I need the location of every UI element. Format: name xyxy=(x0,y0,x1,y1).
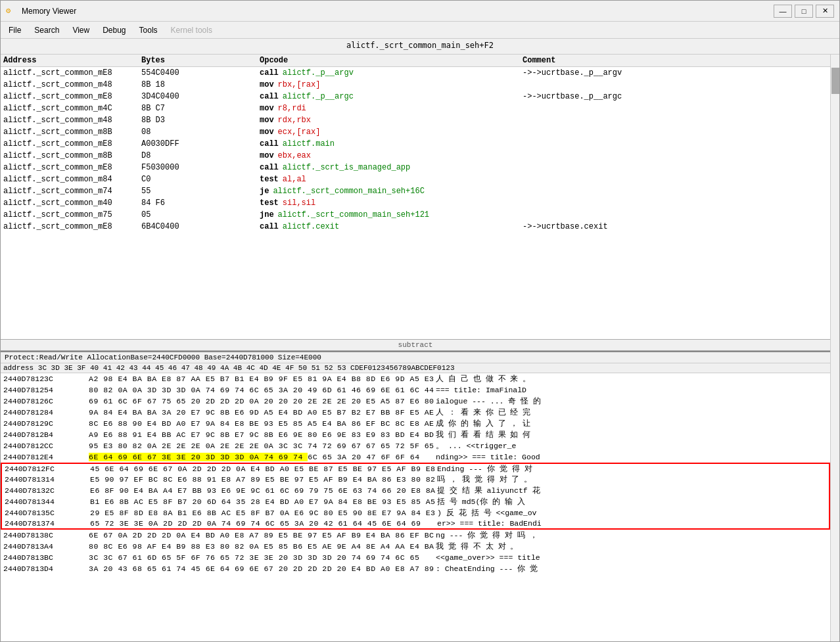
disasm-address: alictf._scrt_common_m84 xyxy=(3,175,141,184)
list-item[interactable]: 2440D78126C69 61 6C 6F 67 75 65 20 2D 2D… xyxy=(1,396,830,407)
hex-address: 2440D78132C xyxy=(5,486,90,495)
table-row[interactable]: alictf._scrt_common_m4084 F6testsil,sil xyxy=(1,197,830,209)
hex-bytes: 9A 84 E4 BA BA 3A 20 E7 9C 8B E6 9D A5 E… xyxy=(89,408,431,417)
disasm-bytes: 8B 18 xyxy=(141,80,260,89)
table-row[interactable]: alictf._scrt_common_mE8F5030000callalict… xyxy=(1,162,830,173)
disasm-header: Address Bytes Opcode Comment xyxy=(1,55,830,67)
disasm-bytes: D8 xyxy=(141,151,260,160)
maximize-button[interactable]: □ xyxy=(795,5,813,18)
hex-address: 2440D7812FC xyxy=(5,465,90,473)
hex-address: 2440D781374 xyxy=(5,519,90,528)
title-bar-controls: — □ ✕ xyxy=(774,5,834,18)
table-row[interactable]: alictf._scrt_common_m7455jealictf._scrt_… xyxy=(1,185,830,197)
table-row[interactable]: alictf._scrt_common_mE86B4C0400callalict… xyxy=(1,221,830,233)
hex-ascii: er>> === title: BadEndi xyxy=(432,519,826,528)
title-bar: ⚙ Memory Viewer — □ ✕ xyxy=(1,1,839,22)
list-item[interactable]: 2440D7812849A 84 E4 BA BA 3A 20 E7 9C 8B… xyxy=(1,407,830,418)
hex-bytes: 45 6E 64 69 6E 67 0A 2D 2D 2D 0A E4 BD A… xyxy=(90,465,432,473)
hex-ascii: 人 ： 看 来 你 已 经 完 xyxy=(431,407,828,417)
list-item[interactable]: 2440D7813A480 8C E6 98 AF E4 B9 88 E3 80… xyxy=(1,541,830,552)
list-item[interactable]: 2440D78132CE6 8F 90 E4 BA A4 E7 BB 93 E6… xyxy=(1,485,830,496)
location-bar: alictf._scrt_common_main_seh+F2 xyxy=(1,39,839,55)
right-scrollbar[interactable] xyxy=(830,55,839,641)
disasm-bytes: F5030000 xyxy=(141,163,260,172)
app-icon: ⚙ xyxy=(6,6,16,16)
list-item[interactable]: 2440D78123CA2 98 E4 BA BA E8 87 AA E5 B7… xyxy=(1,373,830,384)
header-address: Address xyxy=(3,56,141,65)
list-item[interactable]: 2440D7812FC45 6E 64 69 6E 67 0A 2D 2D 2D… xyxy=(1,463,830,474)
table-row[interactable]: alictf._scrt_common_m4C8B C7movr8,rdi xyxy=(1,103,830,114)
header-bytes: Bytes xyxy=(141,56,260,65)
disasm-bytes: 05 xyxy=(141,210,260,219)
disasm-comment: ->->ucrtbase._p__argc xyxy=(523,92,828,101)
table-row[interactable]: alictf._scrt_common_m488B 18movrbx,[rax] xyxy=(1,79,830,91)
hex-address: 2440D78129C xyxy=(3,419,89,428)
list-item[interactable]: 2440D78138C6E 67 0A 2D 2D 2D 0A E4 BD A0… xyxy=(1,530,830,541)
disasm-comment: ->->ucrtbase._p__argv xyxy=(523,68,828,78)
hex-bytes: E6 8F 90 E4 BA A4 E7 BB 93 E6 9E 9C 61 6… xyxy=(90,486,432,495)
disasm-address: alictf._scrt_common_m4C xyxy=(3,104,141,113)
hex-ascii: Ending --- 你 觉 得 对 xyxy=(432,464,826,474)
hex-bytes: 6E 67 0A 2D 2D 2D 0A E4 BD A0 E8 A7 89 E… xyxy=(89,531,431,539)
hex-address: 2440D781254 xyxy=(3,386,89,394)
disasm-address: alictf._scrt_common_mE8 xyxy=(3,139,141,149)
disasm-bytes: A0030DFF xyxy=(141,139,260,149)
hex-ascii: 成 你 的 输 入 了 ， 让 xyxy=(431,419,828,428)
hex-bytes: 69 61 6C 6F 67 75 65 20 2D 2D 2D 0A 20 2… xyxy=(89,397,431,405)
list-item[interactable]: 2440D78129C8C E6 88 90 E4 BD A0 E7 9A 84… xyxy=(1,418,830,429)
list-item[interactable]: 2440D7812E46E 64 69 6E 67 3E 3E 20 3D 3D… xyxy=(1,451,830,463)
disasm-bytes: 3D4C0400 xyxy=(141,92,260,101)
table-row[interactable]: alictf._scrt_common_m488B D3movrdx,rbx xyxy=(1,114,830,126)
window-title: Memory Viewer xyxy=(22,7,76,16)
hex-ascii: 我 们 看 看 结 果 如 何 xyxy=(431,430,828,440)
close-button[interactable]: ✕ xyxy=(816,5,834,18)
hex-bytes: 3A 20 43 68 65 61 74 45 6E 64 69 6E 67 2… xyxy=(89,564,431,573)
header-opcode: Opcode xyxy=(260,56,523,65)
table-row[interactable]: alictf._scrt_common_mE8A0030DFFcallalict… xyxy=(1,138,830,150)
hex-bytes: 80 8C E6 98 AF E4 B9 88 E3 80 82 0A E5 8… xyxy=(89,542,431,551)
list-item[interactable]: 2440D7813D43A 20 43 68 65 61 74 45 6E 64… xyxy=(1,563,830,574)
scrollbar-thumb[interactable] xyxy=(831,68,839,94)
hex-info-bar: Protect:Read/Write AllocationBase=2440CF… xyxy=(1,352,830,363)
disasm-divider[interactable]: subtract xyxy=(1,339,830,351)
disasm-opcode: jnealictf._scrt_common_main_seh+121 xyxy=(260,210,523,219)
hex-ascii: === title: ImaFinalD xyxy=(431,386,828,394)
menu-view[interactable]: View xyxy=(67,24,95,36)
table-row[interactable]: alictf._scrt_common_mE83D4C0400callalict… xyxy=(1,91,830,103)
table-row[interactable]: alictf._scrt_common_m8BD8movebx,eax xyxy=(1,150,830,162)
list-item[interactable]: 2440D7812B4A9 E6 88 91 E4 BB AC E7 9C 8B… xyxy=(1,429,830,440)
disasm-opcode: callalictf.main xyxy=(260,139,523,149)
disasm-address: alictf._scrt_common_mE8 xyxy=(3,68,141,78)
hex-ascii: ialogue --- ... 奇 怪 的 xyxy=(431,396,828,406)
hex-address: 2440D78138C xyxy=(3,531,89,539)
hex-ascii: 吗 ， 我 觉 得 对 了 。 xyxy=(432,474,826,484)
hex-section: Protect:Read/Write AllocationBase=2440CF… xyxy=(1,352,830,641)
list-item[interactable]: 2440D78125480 82 0A 0A 3D 3D 3D 0A 74 69… xyxy=(1,384,830,396)
list-item[interactable]: 2440D7812CC95 E3 80 82 0A 2E 2E 2E 0A 2E… xyxy=(1,440,830,451)
minimize-button[interactable]: — xyxy=(774,5,792,18)
disasm-bytes: 84 F6 xyxy=(141,198,260,208)
list-item[interactable]: 2440D781314E5 90 97 EF BC 8C E6 88 91 E8… xyxy=(1,474,830,485)
hex-rows[interactable]: 2440D78123CA2 98 E4 BA BA E8 87 AA E5 B7… xyxy=(1,373,830,641)
list-item[interactable]: 2440D7813BC3C 3C 67 61 6D 65 5F 6F 76 65… xyxy=(1,552,830,563)
disasm-address: alictf._scrt_common_mE8 xyxy=(3,222,141,231)
menu-kernel-tools[interactable]: Kernel tools xyxy=(166,24,218,36)
disasm-opcode: movr8,rdi xyxy=(260,104,523,113)
menu-bar: File Search View Debug Tools Kernel tool… xyxy=(1,22,839,39)
list-item[interactable]: 2440D78135C29 E5 8F 8D E8 8A B1 E6 8B AC… xyxy=(1,507,830,518)
table-row[interactable]: alictf._scrt_common_mE8554C0400callalict… xyxy=(1,67,830,79)
table-row[interactable]: alictf._scrt_common_m8B08movecx,[rax] xyxy=(1,126,830,138)
hex-header: address 3C 3D 3E 3F 40 41 42 43 44 45 46… xyxy=(1,363,830,373)
disasm-address: alictf._scrt_common_m48 xyxy=(3,116,141,125)
menu-tools[interactable]: Tools xyxy=(134,24,163,36)
hex-bytes: A9 E6 88 91 E4 BB AC E7 9C 8B E7 9C 8B E… xyxy=(89,430,431,439)
hex-ascii: ng --- 你 觉 得 对 吗 ， xyxy=(431,530,828,540)
table-row[interactable]: alictf._scrt_common_m84C0testal,al xyxy=(1,173,830,185)
list-item[interactable]: 2440D78137465 72 3E 3E 0A 2D 2D 2D 0A 74… xyxy=(1,518,830,530)
menu-search[interactable]: Search xyxy=(29,24,64,36)
list-item[interactable]: 2440D781344B1 E6 8B AC E5 8F B7 20 6D 64… xyxy=(1,496,830,507)
hex-address: 2440D7812B4 xyxy=(3,430,89,439)
menu-file[interactable]: File xyxy=(3,24,26,36)
table-row[interactable]: alictf._scrt_common_m7505jnealictf._scrt… xyxy=(1,209,830,221)
menu-debug[interactable]: Debug xyxy=(97,24,131,36)
